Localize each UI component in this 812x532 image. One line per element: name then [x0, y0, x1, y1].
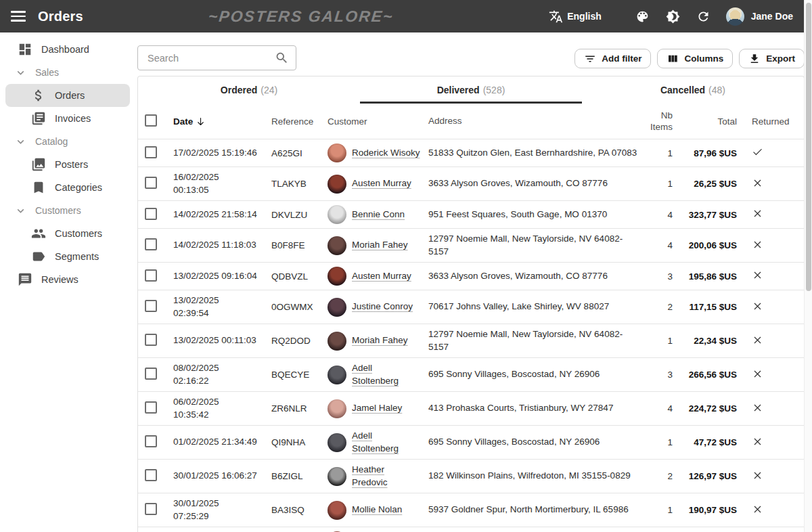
export-button[interactable]: Export	[739, 49, 805, 68]
row-checkbox[interactable]	[145, 334, 157, 346]
row-checkbox[interactable]	[145, 469, 157, 481]
order-reference: TLAKYB	[267, 179, 323, 189]
order-returned	[746, 177, 797, 191]
theme-palette-button[interactable]	[629, 4, 656, 29]
order-nb-items: 1	[641, 505, 675, 515]
customer-link[interactable]: Heather Predovic	[352, 464, 388, 489]
sidebar-item-customers[interactable]: Customers	[5, 222, 130, 245]
customer-link[interactable]: Adell Stoltenberg	[352, 430, 399, 455]
row-checkbox[interactable]	[145, 300, 157, 312]
scrollbar-thumb[interactable]	[806, 3, 811, 291]
order-date: 14/02/2025 21:58:14	[166, 208, 267, 221]
x-icon	[752, 402, 763, 414]
table-row[interactable]: 14/02/2025 21:58:14 DKVLZU Bennie Conn 9…	[138, 201, 804, 229]
row-checkbox[interactable]	[145, 177, 157, 189]
row-checkbox[interactable]	[145, 368, 157, 380]
customer-link[interactable]: Mollie Nolan	[352, 504, 402, 516]
order-returned	[746, 301, 797, 314]
row-checkbox[interactable]	[145, 269, 157, 282]
table-row[interactable]: 01/02/2025 21:34:49 QI9NHA Adell Stolten…	[138, 426, 804, 460]
row-checkbox[interactable]	[145, 401, 157, 414]
customer-link[interactable]: Justine Conroy	[352, 301, 413, 313]
order-address: 951 Feest Squares, South Gage, MO 01370	[424, 208, 641, 221]
sidebar-section-customers[interactable]: Customers	[0, 199, 135, 222]
table-row[interactable]: 06/02/2025 10:35:42 ZR6NLR Jamel Haley 4…	[138, 392, 804, 426]
sidebar-item-segments[interactable]: Segments	[5, 245, 130, 268]
table-row[interactable]: 16/02/2025 00:13:05 TLAKYB Austen Murray…	[138, 167, 804, 201]
tab-ordered[interactable]: Ordered (24)	[138, 76, 360, 104]
row-checkbox[interactable]	[145, 146, 157, 158]
menu-icon[interactable]	[11, 11, 26, 22]
app-bar: Orders ~Posters Galore~ English Jane Doe	[0, 0, 804, 32]
header-reference[interactable]: Reference	[267, 116, 323, 127]
row-checkbox[interactable]	[145, 208, 157, 220]
sidebar-item-label: Customers	[35, 205, 81, 216]
sidebar-item-dashboard[interactable]: Dashboard	[5, 38, 130, 61]
sidebar-item-orders[interactable]: Orders	[5, 84, 130, 107]
sidebar-item-label: Posters	[55, 159, 88, 170]
order-reference: A625GI	[267, 148, 323, 158]
header-address[interactable]: Address	[424, 115, 641, 128]
header-customer[interactable]: Customer	[323, 116, 424, 127]
columns-button[interactable]: Columns	[657, 49, 733, 68]
order-nb-items: 4	[641, 210, 675, 220]
dark-mode-toggle[interactable]	[660, 4, 686, 29]
header-date[interactable]: Date	[166, 116, 267, 127]
sidebar-item-categories[interactable]: Categories	[5, 176, 130, 199]
customer-link[interactable]: Moriah Fahey	[352, 239, 408, 252]
order-address: 51833 Quitzon Glen, East Bernhardshire, …	[424, 147, 641, 160]
table-row[interactable]: 13/02/2025 09:16:04 QDBVZL Austen Murray…	[138, 263, 804, 290]
sidebar-item-label: Invoices	[55, 113, 91, 124]
search-input[interactable]	[137, 45, 296, 70]
table-row[interactable]: 08/02/2025 02:16:22 BQECYE Adell Stolten…	[138, 358, 804, 392]
row-checkbox[interactable]	[145, 435, 157, 447]
x-icon	[752, 334, 763, 346]
table-row[interactable]: 29/01/2025 20:35:11 YOXSRT Mollie Nolan …	[138, 527, 804, 532]
table-row[interactable]: 13/02/2025 00:11:03 RQ2DOD Moriah Fahey …	[138, 324, 804, 358]
order-returned	[746, 436, 797, 449]
order-address: 70617 Johns Valley, Lake Shirley, WV 880…	[424, 301, 641, 313]
sidebar-section-catalog[interactable]: Catalog	[0, 130, 135, 153]
user-menu[interactable]: Jane Doe	[726, 7, 793, 26]
order-total: 323,77 $US	[675, 210, 746, 220]
customer-link[interactable]: Adell Stoltenberg	[352, 362, 399, 387]
customer-link[interactable]: Austen Murray	[352, 270, 411, 283]
chevron-down-icon	[15, 205, 26, 217]
customer-avatar	[328, 365, 346, 384]
order-date: 16/02/2025 00:13:05	[166, 171, 267, 196]
row-checkbox[interactable]	[145, 503, 157, 515]
order-date: 13/02/2025 02:39:54	[166, 294, 267, 319]
sidebar-item-posters[interactable]: Posters	[5, 153, 130, 176]
order-total: 200,06 $US	[675, 240, 746, 250]
sidebar-item-label: Customers	[55, 228, 102, 239]
customer-link[interactable]: Moriah Fahey	[352, 334, 408, 347]
order-reference: BQECYE	[267, 370, 323, 380]
language-selector[interactable]: English	[543, 4, 625, 29]
vertical-scrollbar[interactable]	[804, 0, 812, 532]
sidebar-item-reviews[interactable]: Reviews	[5, 268, 130, 291]
sidebar-item-invoices[interactable]: Invoices	[5, 107, 130, 130]
customer-link[interactable]: Austen Murray	[352, 177, 411, 190]
row-checkbox[interactable]	[145, 238, 157, 250]
table-row[interactable]: 30/01/2025 16:06:27 B6ZIGL Heather Predo…	[138, 460, 804, 493]
refresh-button[interactable]	[690, 4, 717, 29]
tab-cancelled[interactable]: Cancelled (48)	[582, 76, 804, 104]
table-row[interactable]: 13/02/2025 02:39:54 0OGWMX Justine Conro…	[138, 290, 804, 324]
order-reference: BA3ISQ	[267, 505, 323, 515]
customer-link[interactable]: Bennie Conn	[352, 208, 405, 221]
order-returned	[746, 504, 797, 517]
customer-link[interactable]: Roderick Wisoky	[352, 147, 420, 160]
customer-link[interactable]: Jamel Haley	[352, 402, 402, 415]
sidebar-section-sales[interactable]: Sales	[0, 61, 135, 84]
tab-delivered[interactable]: Delivered (528)	[360, 76, 582, 104]
x-icon	[752, 470, 763, 481]
header-nb-items[interactable]: Nb Items	[641, 110, 675, 133]
table-row[interactable]: 14/02/2025 11:18:03 B0F8FE Moriah Fahey …	[138, 229, 804, 263]
order-nb-items: 2	[641, 302, 675, 312]
header-returned[interactable]: Returned	[746, 116, 797, 127]
table-row[interactable]: 17/02/2025 15:19:46 A625GI Roderick Wiso…	[138, 139, 804, 167]
table-row[interactable]: 30/01/2025 07:25:29 BA3ISQ Mollie Nolan …	[138, 493, 804, 527]
add-filter-button[interactable]: Add filter	[574, 49, 651, 68]
select-all-checkbox[interactable]	[145, 114, 157, 127]
header-total[interactable]: Total	[675, 116, 746, 127]
